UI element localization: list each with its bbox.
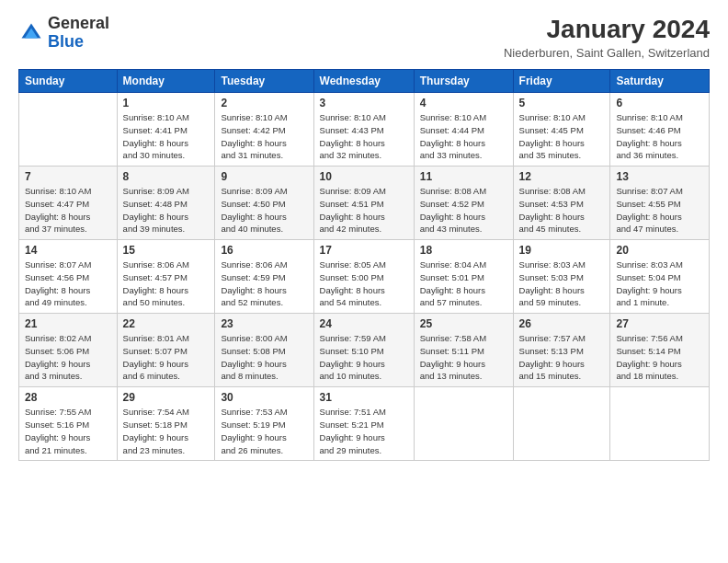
day-info: Sunrise: 7:58 AM Sunset: 5:11 PM Dayligh… bbox=[420, 332, 507, 383]
day-number: 4 bbox=[420, 97, 507, 109]
day-info: Sunrise: 8:01 AM Sunset: 5:07 PM Dayligh… bbox=[123, 332, 210, 383]
calendar-week-row: 28Sunrise: 7:55 AM Sunset: 5:16 PM Dayli… bbox=[19, 387, 710, 461]
logo-text: General Blue bbox=[48, 15, 109, 52]
day-number: 21 bbox=[25, 317, 111, 330]
day-number: 14 bbox=[25, 244, 111, 257]
day-number: 22 bbox=[123, 317, 210, 330]
table-row: 26Sunrise: 7:57 AM Sunset: 5:13 PM Dayli… bbox=[513, 314, 610, 387]
day-info: Sunrise: 8:00 AM Sunset: 5:08 PM Dayligh… bbox=[221, 332, 307, 383]
day-info: Sunrise: 8:05 AM Sunset: 5:00 PM Dayligh… bbox=[320, 259, 408, 309]
col-monday: Monday bbox=[117, 70, 215, 93]
day-info: Sunrise: 8:07 AM Sunset: 4:56 PM Dayligh… bbox=[25, 259, 111, 309]
table-row: 14Sunrise: 8:07 AM Sunset: 4:56 PM Dayli… bbox=[19, 240, 118, 314]
day-info: Sunrise: 8:02 AM Sunset: 5:06 PM Dayligh… bbox=[25, 332, 111, 383]
calendar: Sunday Monday Tuesday Wednesday Thursday… bbox=[18, 69, 710, 461]
table-row: 23Sunrise: 8:00 AM Sunset: 5:08 PM Dayli… bbox=[215, 314, 313, 387]
day-number: 3 bbox=[320, 97, 408, 109]
table-row: 30Sunrise: 7:53 AM Sunset: 5:19 PM Dayli… bbox=[215, 387, 313, 461]
day-number: 30 bbox=[221, 391, 307, 404]
day-number: 19 bbox=[519, 244, 605, 257]
day-number: 18 bbox=[420, 244, 507, 257]
table-row: 9Sunrise: 8:09 AM Sunset: 4:50 PM Daylig… bbox=[215, 167, 313, 240]
location-subtitle: Niederburen, Saint Gallen, Switzerland bbox=[504, 46, 710, 60]
day-info: Sunrise: 8:08 AM Sunset: 4:53 PM Dayligh… bbox=[519, 185, 605, 236]
table-row: 29Sunrise: 7:54 AM Sunset: 5:18 PM Dayli… bbox=[117, 387, 215, 461]
day-number: 20 bbox=[616, 244, 703, 257]
day-number: 15 bbox=[123, 244, 210, 257]
col-thursday: Thursday bbox=[414, 70, 513, 93]
day-info: Sunrise: 8:10 AM Sunset: 4:43 PM Dayligh… bbox=[320, 111, 408, 162]
day-info: Sunrise: 7:53 AM Sunset: 5:19 PM Dayligh… bbox=[221, 406, 307, 456]
day-info: Sunrise: 8:09 AM Sunset: 4:51 PM Dayligh… bbox=[320, 185, 408, 236]
table-row: 25Sunrise: 7:58 AM Sunset: 5:11 PM Dayli… bbox=[414, 314, 513, 387]
table-row: 13Sunrise: 8:07 AM Sunset: 4:55 PM Dayli… bbox=[610, 167, 710, 240]
day-info: Sunrise: 8:03 AM Sunset: 5:03 PM Dayligh… bbox=[519, 259, 605, 309]
day-number: 13 bbox=[616, 170, 703, 183]
col-saturday: Saturday bbox=[610, 70, 710, 93]
day-info: Sunrise: 8:10 AM Sunset: 4:41 PM Dayligh… bbox=[123, 111, 210, 162]
day-info: Sunrise: 8:09 AM Sunset: 4:48 PM Dayligh… bbox=[123, 185, 210, 236]
table-row: 18Sunrise: 8:04 AM Sunset: 5:01 PM Dayli… bbox=[414, 240, 513, 314]
day-info: Sunrise: 8:08 AM Sunset: 4:52 PM Dayligh… bbox=[420, 185, 507, 236]
day-number: 25 bbox=[420, 317, 507, 330]
day-info: Sunrise: 7:59 AM Sunset: 5:10 PM Dayligh… bbox=[320, 332, 408, 383]
day-info: Sunrise: 7:51 AM Sunset: 5:21 PM Dayligh… bbox=[320, 406, 408, 456]
day-number: 5 bbox=[519, 97, 605, 109]
calendar-week-row: 1Sunrise: 8:10 AM Sunset: 4:41 PM Daylig… bbox=[19, 93, 710, 167]
day-number: 24 bbox=[320, 317, 408, 330]
day-number: 6 bbox=[616, 97, 703, 109]
day-info: Sunrise: 7:55 AM Sunset: 5:16 PM Dayligh… bbox=[25, 406, 111, 456]
day-number: 31 bbox=[320, 391, 408, 404]
logo-icon bbox=[18, 20, 44, 46]
day-info: Sunrise: 8:04 AM Sunset: 5:01 PM Dayligh… bbox=[420, 259, 507, 309]
day-info: Sunrise: 8:10 AM Sunset: 4:47 PM Dayligh… bbox=[25, 185, 111, 236]
day-info: Sunrise: 8:06 AM Sunset: 4:59 PM Dayligh… bbox=[221, 259, 307, 309]
table-row: 1Sunrise: 8:10 AM Sunset: 4:41 PM Daylig… bbox=[117, 93, 215, 167]
table-row: 17Sunrise: 8:05 AM Sunset: 5:00 PM Dayli… bbox=[313, 240, 414, 314]
calendar-header-row: Sunday Monday Tuesday Wednesday Thursday… bbox=[19, 70, 710, 93]
day-info: Sunrise: 7:54 AM Sunset: 5:18 PM Dayligh… bbox=[123, 406, 210, 456]
calendar-week-row: 14Sunrise: 8:07 AM Sunset: 4:56 PM Dayli… bbox=[19, 240, 710, 314]
table-row: 15Sunrise: 8:06 AM Sunset: 4:57 PM Dayli… bbox=[117, 240, 215, 314]
table-row bbox=[19, 93, 118, 167]
table-row: 22Sunrise: 8:01 AM Sunset: 5:07 PM Dayli… bbox=[117, 314, 215, 387]
table-row: 24Sunrise: 7:59 AM Sunset: 5:10 PM Dayli… bbox=[313, 314, 414, 387]
day-number: 2 bbox=[221, 97, 307, 109]
day-number: 29 bbox=[123, 391, 210, 404]
table-row: 6Sunrise: 8:10 AM Sunset: 4:46 PM Daylig… bbox=[610, 93, 710, 167]
calendar-body: 1Sunrise: 8:10 AM Sunset: 4:41 PM Daylig… bbox=[19, 93, 710, 461]
day-info: Sunrise: 8:10 AM Sunset: 4:46 PM Dayligh… bbox=[616, 111, 703, 162]
table-row: 19Sunrise: 8:03 AM Sunset: 5:03 PM Dayli… bbox=[513, 240, 610, 314]
table-row: 12Sunrise: 8:08 AM Sunset: 4:53 PM Dayli… bbox=[513, 167, 610, 240]
day-number: 17 bbox=[320, 244, 408, 257]
table-row: 7Sunrise: 8:10 AM Sunset: 4:47 PM Daylig… bbox=[19, 167, 118, 240]
table-row bbox=[513, 387, 610, 461]
table-row: 16Sunrise: 8:06 AM Sunset: 4:59 PM Dayli… bbox=[215, 240, 313, 314]
col-friday: Friday bbox=[513, 70, 610, 93]
day-number: 28 bbox=[25, 391, 111, 404]
calendar-week-row: 21Sunrise: 8:02 AM Sunset: 5:06 PM Dayli… bbox=[19, 314, 710, 387]
day-number: 8 bbox=[123, 170, 210, 183]
day-info: Sunrise: 7:56 AM Sunset: 5:14 PM Dayligh… bbox=[616, 332, 703, 383]
table-row: 27Sunrise: 7:56 AM Sunset: 5:14 PM Dayli… bbox=[610, 314, 710, 387]
day-number: 23 bbox=[221, 317, 307, 330]
table-row: 10Sunrise: 8:09 AM Sunset: 4:51 PM Dayli… bbox=[313, 167, 414, 240]
logo: General Blue bbox=[18, 15, 109, 52]
day-info: Sunrise: 8:10 AM Sunset: 4:45 PM Dayligh… bbox=[519, 111, 605, 162]
col-tuesday: Tuesday bbox=[215, 70, 313, 93]
table-row: 3Sunrise: 8:10 AM Sunset: 4:43 PM Daylig… bbox=[313, 93, 414, 167]
table-row: 2Sunrise: 8:10 AM Sunset: 4:42 PM Daylig… bbox=[215, 93, 313, 167]
col-wednesday: Wednesday bbox=[313, 70, 414, 93]
day-number: 26 bbox=[519, 317, 605, 330]
day-info: Sunrise: 8:10 AM Sunset: 4:42 PM Dayligh… bbox=[221, 111, 307, 162]
page: General Blue January 2024 Niederburen, S… bbox=[0, 0, 728, 563]
calendar-week-row: 7Sunrise: 8:10 AM Sunset: 4:47 PM Daylig… bbox=[19, 167, 710, 240]
day-info: Sunrise: 8:07 AM Sunset: 4:55 PM Dayligh… bbox=[616, 185, 703, 236]
day-number: 9 bbox=[221, 170, 307, 183]
table-row: 31Sunrise: 7:51 AM Sunset: 5:21 PM Dayli… bbox=[313, 387, 414, 461]
day-info: Sunrise: 8:09 AM Sunset: 4:50 PM Dayligh… bbox=[221, 185, 307, 236]
month-title: January 2024 bbox=[504, 15, 710, 44]
day-info: Sunrise: 8:03 AM Sunset: 5:04 PM Dayligh… bbox=[616, 259, 703, 309]
table-row: 8Sunrise: 8:09 AM Sunset: 4:48 PM Daylig… bbox=[117, 167, 215, 240]
header: General Blue January 2024 Niederburen, S… bbox=[18, 15, 710, 60]
